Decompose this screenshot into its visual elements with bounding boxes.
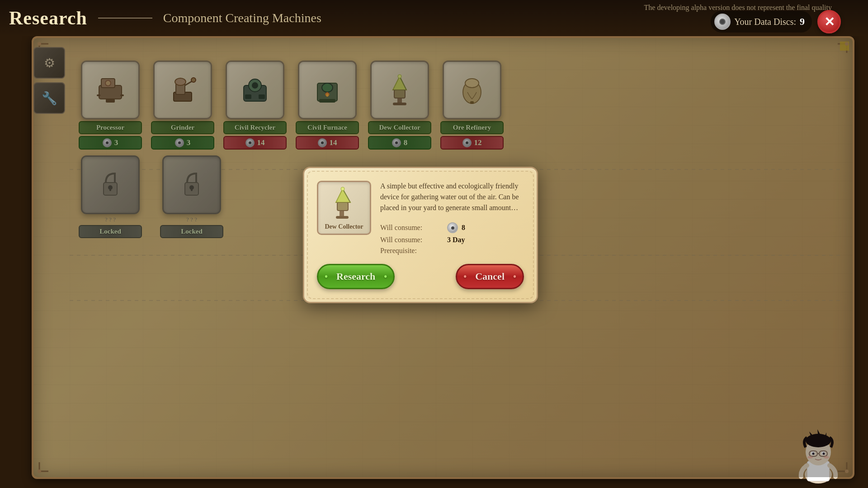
modal-consume-row1: Will consume: 8 [380,222,524,233]
modal-overlay: Dew Collector A simple but effective and… [33,38,853,477]
top-bar: Research Component Creating Machines The… [0,0,868,36]
svg-rect-41 [336,216,349,219]
modal-description: A simple but effective and ecologically … [380,181,524,213]
modal-info: A simple but effective and ecologically … [380,181,524,255]
svg-marker-43 [336,189,350,202]
svg-point-45 [341,187,344,191]
data-discs-label: Your Data Discs: [734,17,796,27]
modal-consume-label2: Will consume: [380,236,443,244]
data-discs-container: Your Data Discs: 9 [711,11,812,33]
close-button[interactable]: ✕ [817,10,841,33]
modal-buttons: Research Cancel [317,264,524,289]
research-button[interactable]: Research [317,264,395,289]
modal-body: Dew Collector A simple but effective and… [317,181,524,255]
modal-prerequisite-label: Prerequisite: [380,247,443,255]
cancel-button[interactable]: Cancel [456,264,524,289]
title-separator [98,18,152,19]
research-modal: Dew Collector A simple but effective and… [303,167,538,303]
title-area: Research Component Creating Machines [9,7,321,29]
page-subtitle: Component Creating Machines [163,11,321,25]
modal-consume-label1: Will consume: [380,224,443,232]
svg-rect-42 [337,202,348,211]
modal-consume-icon1 [447,222,458,233]
main-content: ⚙ 🔧 Processor 3 [32,36,854,479]
data-discs-count: 9 [800,16,805,28]
page-title: Research [9,7,87,29]
modal-item-icon: Dew Collector [317,181,371,235]
modal-consume-row2: Will consume: 3 Day [380,236,524,244]
top-right-area: Your Data Discs: 9 ✕ [711,3,841,33]
modal-item-name: Dew Collector [325,223,363,230]
modal-details: Will consume: 8 Will consume: 3 Day Prer… [380,222,524,255]
modal-prerequisite-row: Prerequisite: [380,247,524,255]
modal-consume-value1: 8 [462,224,465,232]
data-disc-icon [714,14,731,30]
modal-consume-value2: 3 Day [447,236,465,244]
